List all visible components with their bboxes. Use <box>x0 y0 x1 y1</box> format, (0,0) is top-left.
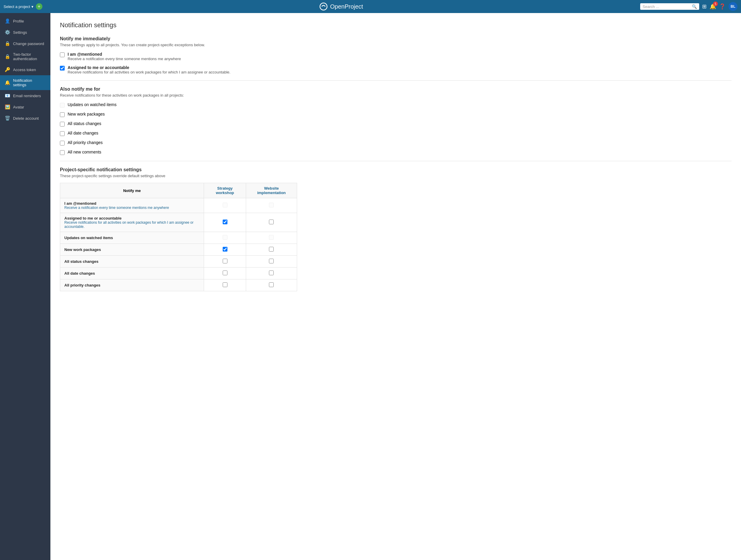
table-cell-website-mentioned <box>246 198 297 213</box>
help-icon[interactable]: ❓ <box>719 3 726 10</box>
table-cell-strategy-new-packages <box>204 244 246 256</box>
main-content: Notification settings Notify me immediat… <box>50 13 741 560</box>
table-row-assigned: Assigned to me or accountableReceive not… <box>60 213 297 232</box>
topbar: Select a project ▾ + OpenProject 🔍 ⊞ 🔔 5… <box>0 0 741 13</box>
checkbox-also-new-comments[interactable] <box>60 150 65 155</box>
table-col-notify-me: Notify me <box>60 183 204 198</box>
checkbox-strategy-priority-changes[interactable] <box>223 283 227 287</box>
project-specific-section: Project-specific notification settings T… <box>60 167 732 291</box>
checkbox-also-label-watched: Updates on watched items <box>68 102 117 107</box>
checkbox-row-assigned: Assigned to me or accountableReceive not… <box>60 65 732 74</box>
project-select-label: Select a project <box>4 4 30 9</box>
checkbox-row-new-packages: New work packages <box>60 112 732 117</box>
table-col-strategy-workshop[interactable]: Strategy workshop <box>204 183 246 198</box>
sidebar-label-avatar: Avatar <box>13 105 24 109</box>
sidebar-item-email-reminders[interactable]: 📧 Email reminders <box>0 90 50 101</box>
checkbox-row-watched: Updates on watched items <box>60 102 732 107</box>
checkbox-website-new-packages[interactable] <box>269 247 274 252</box>
sidebar-icon-avatar: 🖼️ <box>5 104 10 110</box>
notify-immediately-title: Notify me immediately <box>60 36 732 42</box>
sidebar-item-delete-account[interactable]: 🗑️ Delete account <box>0 112 50 124</box>
table-cell-website-status-changes <box>246 256 297 267</box>
search-box: 🔍 <box>640 3 699 10</box>
checkbox-website-mentioned[interactable] <box>269 203 274 208</box>
checkbox-website-priority-changes[interactable] <box>269 283 274 287</box>
checkbox-assigned[interactable] <box>60 66 65 71</box>
checkbox-row-new-comments: All new comments <box>60 150 732 155</box>
checkbox-row-priority-changes: All priority changes <box>60 140 732 146</box>
project-notification-table: Notify meStrategy workshopWebsite implem… <box>60 183 297 291</box>
sidebar-icon-access-token: 🔑 <box>5 67 10 72</box>
checkbox-website-assigned[interactable] <box>269 220 274 224</box>
table-cell-website-date-changes <box>246 267 297 279</box>
also-notify-desc: Receive notifications for these activiti… <box>60 93 732 97</box>
svg-point-0 <box>320 3 327 10</box>
search-input[interactable] <box>643 4 690 9</box>
checkbox-strategy-new-packages[interactable] <box>223 247 227 252</box>
search-icon: 🔍 <box>692 4 697 9</box>
sidebar-label-settings: Settings <box>13 30 27 35</box>
checkbox-label-assigned: Assigned to me or accountableReceive not… <box>68 65 230 74</box>
add-project-button[interactable]: + <box>36 3 43 10</box>
user-avatar[interactable]: BL <box>729 2 737 11</box>
table-cell-strategy-priority-changes <box>204 279 246 291</box>
checkbox-strategy-watched[interactable] <box>223 235 227 240</box>
sidebar-item-two-factor[interactable]: 🔒 Two-factor authentication <box>0 49 50 64</box>
table-cell-label-watched: Updates on watched items <box>60 232 204 244</box>
checkbox-website-watched[interactable] <box>269 235 274 240</box>
notify-immediately-desc: These settings apply to all projects. Yo… <box>60 43 732 47</box>
table-cell-website-priority-changes <box>246 279 297 291</box>
checkbox-website-status-changes[interactable] <box>269 259 274 263</box>
logo-icon <box>319 2 328 11</box>
project-select[interactable]: Select a project ▾ <box>4 4 33 9</box>
checkbox-also-label-priority-changes: All priority changes <box>68 140 103 145</box>
checkbox-row-date-changes: All date changes <box>60 131 732 136</box>
sidebar-label-delete-account: Delete account <box>13 116 39 121</box>
checkbox-strategy-date-changes[interactable] <box>223 270 227 275</box>
table-row-new-packages: New work packages <box>60 244 297 256</box>
checkbox-also-label-new-packages: New work packages <box>68 112 105 116</box>
layout: 👤 Profile⚙️ Settings🔒 Change password🔒 T… <box>0 13 741 560</box>
notification-badge: 5 <box>713 1 718 6</box>
sidebar-item-profile[interactable]: 👤 Profile <box>0 15 50 27</box>
table-col-website-impl[interactable]: Website implementation <box>246 183 297 198</box>
sidebar-item-access-token[interactable]: 🔑 Access token <box>0 64 50 75</box>
sidebar-item-change-password[interactable]: 🔒 Change password <box>0 38 50 49</box>
also-notify-title: Also notify me for <box>60 86 732 92</box>
also-notify-section: Also notify me for Receive notifications… <box>60 86 732 155</box>
sidebar-item-avatar[interactable]: 🖼️ Avatar <box>0 101 50 112</box>
sidebar-icon-change-password: 🔒 <box>5 41 10 46</box>
table-cell-strategy-watched <box>204 232 246 244</box>
checkbox-also-status-changes[interactable] <box>60 122 65 127</box>
grid-icon[interactable]: ⊞ <box>702 3 706 10</box>
checkbox-also-watched[interactable] <box>60 103 65 107</box>
sidebar-item-notification-settings[interactable]: 🔔 Notification settings <box>0 75 50 90</box>
checkbox-website-date-changes[interactable] <box>269 270 274 275</box>
notification-bell-icon[interactable]: 🔔 5 <box>710 3 716 10</box>
table-cell-label-assigned: Assigned to me or accountableReceive not… <box>60 213 204 232</box>
checkbox-also-new-packages[interactable] <box>60 112 65 117</box>
app-logo: OpenProject <box>319 2 363 11</box>
table-cell-website-new-packages <box>246 244 297 256</box>
table-cell-label-status-changes: All status changes <box>60 256 204 267</box>
table-cell-strategy-mentioned <box>204 198 246 213</box>
topbar-center: OpenProject <box>43 2 640 11</box>
checkbox-also-date-changes[interactable] <box>60 131 65 136</box>
sidebar-label-access-token: Access token <box>13 68 36 72</box>
checkbox-strategy-assigned[interactable] <box>223 220 227 224</box>
checkbox-strategy-mentioned[interactable] <box>223 203 227 208</box>
chevron-down-icon: ▾ <box>31 4 33 9</box>
sidebar-label-change-password: Change password <box>13 42 44 46</box>
sidebar-icon-notification-settings: 🔔 <box>5 80 10 85</box>
sidebar-label-two-factor: Two-factor authentication <box>13 52 46 61</box>
checkbox-also-priority-changes[interactable] <box>60 141 65 146</box>
sidebar-label-profile: Profile <box>13 19 24 23</box>
checkbox-row-status-changes: All status changes <box>60 121 732 127</box>
sidebar-label-notification-settings: Notification settings <box>13 78 46 87</box>
checkbox-strategy-status-changes[interactable] <box>223 259 227 263</box>
sidebar-item-settings[interactable]: ⚙️ Settings <box>0 27 50 38</box>
notify-immediately-section: Notify me immediately These settings app… <box>60 36 732 74</box>
checkbox-mentioned[interactable] <box>60 53 65 57</box>
checkbox-also-label-status-changes: All status changes <box>68 121 102 126</box>
table-cell-strategy-date-changes <box>204 267 246 279</box>
